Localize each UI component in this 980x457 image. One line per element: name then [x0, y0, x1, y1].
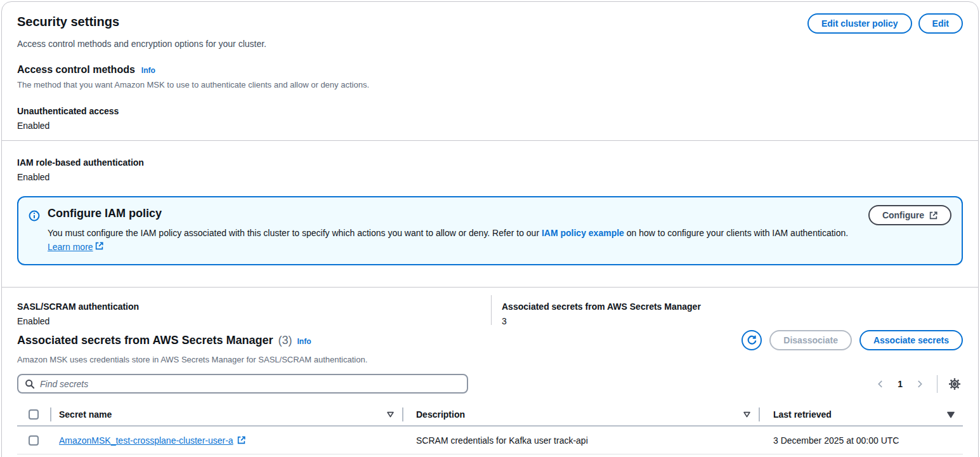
external-link-icon: [237, 436, 245, 444]
chevron-left-icon: [876, 380, 885, 388]
unauthenticated-access-label: Unauthenticated access: [2, 106, 978, 116]
current-page-number[interactable]: 1: [892, 379, 908, 389]
learn-more-link[interactable]: Learn more: [48, 242, 93, 252]
refresh-button[interactable]: [742, 330, 762, 350]
access-control-heading: Access control methods: [17, 64, 135, 76]
table-header-row: Secret name Description Last retrieved: [17, 403, 963, 427]
divider: [2, 287, 978, 288]
table-row[interactable]: AmazonMSK_test-crossplane-cluster-user-a…: [17, 427, 963, 454]
previous-page-button[interactable]: [872, 376, 889, 392]
chevron-right-icon: [915, 380, 924, 388]
page-title: Security settings: [17, 13, 119, 30]
access-control-description: The method that you want Amazon MSK to u…: [2, 80, 978, 89]
alert-body: You must configure the IAM policy associ…: [48, 226, 853, 254]
divider: [2, 140, 978, 141]
select-all-checkbox[interactable]: [29, 409, 39, 420]
disassociate-button[interactable]: Disassociate: [769, 330, 852, 350]
sort-caret-filled-icon[interactable]: [946, 410, 955, 419]
secret-description: SCRAM credentials for Kafka user track-a…: [416, 435, 588, 446]
alert-body-text-2: on how to configure your clients with IA…: [624, 228, 848, 238]
iam-auth-value: Enabled: [2, 172, 978, 182]
external-link-icon: [95, 240, 103, 254]
secrets-section-heading: Associated secrets from AWS Secrets Mana…: [17, 334, 273, 347]
column-header-last-retrieved[interactable]: Last retrieved: [773, 409, 832, 420]
panel-header: Security settings Edit cluster policy Ed…: [2, 13, 978, 34]
secrets-info-link[interactable]: Info: [297, 337, 311, 346]
alert-body-text: You must configure the IAM policy associ…: [48, 228, 542, 238]
gear-icon: [948, 378, 961, 390]
unauthenticated-access-value: Enabled: [2, 121, 978, 131]
external-link-icon: [929, 211, 938, 220]
alert-title: Configure IAM policy: [48, 207, 853, 220]
configure-button[interactable]: Configure: [868, 205, 951, 225]
sort-caret-icon[interactable]: [386, 410, 395, 418]
secret-name-link[interactable]: AmazonMSK_test-crossplane-cluster-user-a: [59, 435, 245, 446]
secret-last-retrieved: 3 December 2025 at 00:00 UTC: [773, 435, 899, 446]
configure-iam-policy-alert: Configure IAM policy You must configure …: [17, 196, 963, 265]
row-checkbox[interactable]: [29, 435, 39, 446]
sasl-scram-value: Enabled: [17, 316, 491, 326]
divider: [937, 375, 938, 393]
associated-secrets-count: 3: [502, 316, 701, 326]
iam-policy-example-link[interactable]: IAM policy example: [542, 228, 624, 238]
find-secrets-searchbox[interactable]: [17, 374, 468, 394]
configure-button-label: Configure: [882, 210, 924, 220]
column-header-description[interactable]: Description: [416, 409, 465, 420]
iam-auth-label: IAM role-based authentication: [2, 157, 978, 168]
search-input[interactable]: [40, 379, 461, 389]
next-page-button[interactable]: [911, 376, 928, 392]
table-preferences-button[interactable]: [946, 376, 963, 392]
associate-secrets-button[interactable]: Associate secrets: [859, 330, 963, 350]
secrets-section-description: Amazon MSK uses credentials store in AWS…: [2, 355, 978, 364]
info-icon: [29, 210, 40, 254]
column-header-secret-name[interactable]: Secret name: [59, 409, 112, 420]
associated-secrets-label: Associated secrets from AWS Secrets Mana…: [502, 301, 701, 312]
sort-caret-icon[interactable]: [743, 410, 751, 418]
edit-button[interactable]: Edit: [918, 13, 963, 34]
secret-name-text: AmazonMSK_test-crossplane-cluster-user-a: [59, 435, 233, 446]
sasl-scram-label: SASL/SCRAM authentication: [17, 301, 491, 312]
security-settings-panel: Security settings Edit cluster policy Ed…: [1, 1, 979, 457]
secrets-count-badge: (3): [278, 334, 292, 347]
edit-cluster-policy-button[interactable]: Edit cluster policy: [807, 13, 912, 34]
panel-subtitle: Access control methods and encryption op…: [2, 39, 978, 49]
search-icon: [25, 379, 35, 389]
refresh-icon: [747, 335, 757, 346]
access-control-info-link[interactable]: Info: [141, 66, 155, 75]
